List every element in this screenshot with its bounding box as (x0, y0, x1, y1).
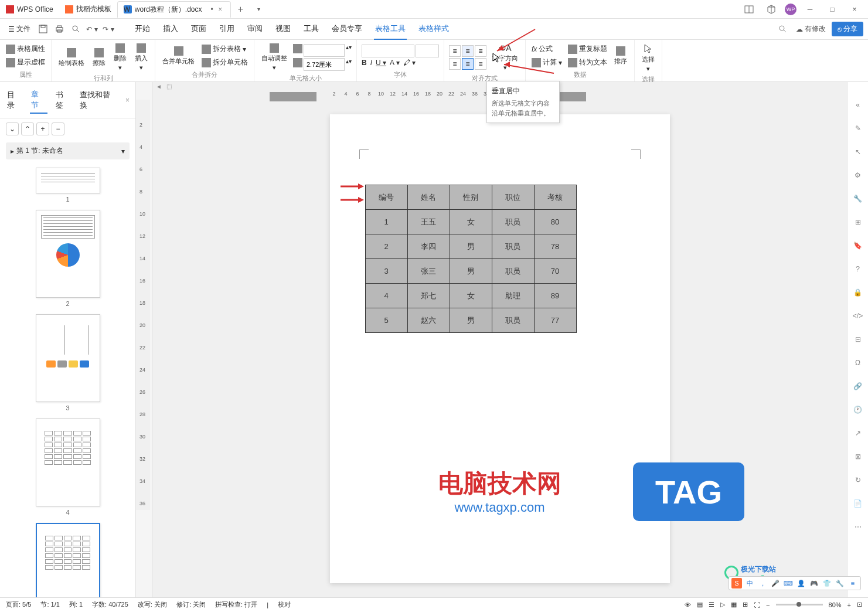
help-icon[interactable]: ? (853, 264, 863, 274)
table-cell[interactable]: 职员 (492, 259, 534, 284)
status-rewrite[interactable]: 改写: 关闭 (138, 600, 167, 609)
search-icon[interactable] (775, 22, 790, 36)
status-wordcount[interactable]: 字数: 40/725 (92, 600, 128, 609)
table-header-cell[interactable]: 编号 (365, 185, 407, 210)
link-icon[interactable]: 🔗 (853, 381, 863, 392)
table-cell[interactable]: 女 (450, 210, 492, 234)
tab-reference[interactable]: 引用 (218, 19, 236, 40)
app-tab[interactable]: WPS Office (0, 1, 59, 18)
tab-review[interactable]: 审阅 (246, 19, 264, 40)
status-proof[interactable]: 校对 (278, 600, 291, 609)
zoom-out-button[interactable]: − (766, 601, 770, 608)
status-spellcheck[interactable]: 拼写检查: 打开 (215, 600, 257, 609)
code-icon[interactable]: </> (853, 311, 863, 321)
split-table-button[interactable]: 拆分表格▾ (200, 43, 249, 55)
highlight-button[interactable]: 🖍 ▾ (403, 59, 416, 67)
data-table[interactable]: 编号姓名性别职位考核1王五女职员802李四男职员783张三男职员704郑七女助理… (365, 185, 577, 333)
underline-button[interactable]: U ▾ (376, 59, 386, 67)
table-cell[interactable]: 5 (365, 308, 407, 333)
view-fullscreen-icon[interactable]: ⛶ (754, 601, 760, 608)
eraser-button[interactable]: 擦除 (90, 47, 108, 69)
table-properties-button[interactable]: 表格属性 (5, 43, 46, 55)
tab-page[interactable]: 页面 (190, 19, 207, 40)
table-cell[interactable]: 张三 (407, 259, 450, 284)
font-size-input[interactable] (416, 45, 439, 57)
close-tab-icon[interactable]: × (216, 5, 224, 13)
export-icon[interactable]: ↗ (853, 428, 863, 438)
file-menu[interactable]: ☰ 文件 (5, 22, 34, 36)
nav-tab-bookmark[interactable]: 书签 (55, 87, 72, 113)
table-cell[interactable]: 78 (534, 234, 576, 259)
nav-add-button[interactable]: + (36, 123, 49, 135)
repeat-header-button[interactable]: 重复标题 (567, 43, 608, 55)
table-cell[interactable]: 女 (450, 284, 492, 308)
nav-up-button[interactable]: ⌃ (21, 123, 34, 135)
nav-tab-chapter[interactable]: 章节 (30, 87, 47, 114)
tab-table-tools[interactable]: 表格工具 (374, 19, 407, 40)
new-tab-button[interactable]: + (231, 4, 250, 15)
table-cell[interactable]: 男 (450, 234, 492, 259)
tab-menu-button[interactable]: ▾ (250, 6, 267, 12)
align-top-right[interactable]: ≡ (475, 45, 486, 57)
sort-button[interactable]: 排序 (612, 45, 629, 67)
collapse-sidebar-icon[interactable]: « (853, 100, 863, 110)
section-header[interactable]: ▸ 第 1 节: 未命名 ▾ (6, 142, 130, 159)
view-outline-icon[interactable]: ☰ (709, 601, 714, 608)
document-area[interactable]: ◄ ⬚ 8642246810121416182022243638404244 编… (152, 82, 847, 597)
ime-game-icon[interactable]: 🎮 (809, 578, 819, 588)
nav-down-button[interactable]: ⌄ (6, 123, 19, 135)
preview-icon[interactable] (68, 22, 83, 36)
view-web-icon[interactable]: ▦ (731, 601, 737, 608)
thumbnail-5[interactable]: 5 (5, 523, 131, 597)
select-button[interactable]: 选择▾ (639, 42, 657, 74)
table-cell[interactable]: 李四 (407, 234, 450, 259)
nav-tab-toc[interactable]: 目录 (6, 87, 23, 113)
table-row[interactable]: 5赵六男职员77 (365, 308, 576, 333)
row-height-input[interactable] (304, 44, 345, 57)
nav-tab-find[interactable]: 查找和替换 (79, 87, 118, 113)
split-cells-button[interactable]: 拆分单元格 (200, 56, 249, 69)
ime-logo-icon[interactable]: S (731, 578, 742, 588)
table-cell[interactable]: 郑七 (407, 284, 450, 308)
thumbnail-4[interactable]: 4 (5, 419, 131, 516)
history-icon[interactable]: 🕐 (853, 404, 863, 415)
delete-button[interactable]: 删除▾ (111, 42, 129, 73)
bookmark-icon[interactable]: 🔖 (853, 240, 863, 251)
settings-icon[interactable]: ⚙ (853, 170, 863, 181)
table-cell[interactable]: 89 (534, 284, 576, 308)
table-header-cell[interactable]: 考核 (534, 185, 576, 210)
align-middle-right[interactable]: ≡ (475, 58, 486, 70)
view-page-icon[interactable]: ▤ (697, 601, 703, 608)
more-icon[interactable]: ⋯ (853, 522, 863, 532)
status-section[interactable]: 节: 1/1 (40, 600, 59, 609)
ime-keyboard-icon[interactable]: ⌨ (783, 578, 794, 588)
lock-icon[interactable]: 🔒 (853, 287, 863, 298)
grid-icon[interactable]: ⊞ (853, 217, 863, 227)
table-cell[interactable]: 男 (450, 259, 492, 284)
bold-button[interactable]: B (362, 59, 367, 67)
table-cell[interactable]: 80 (534, 210, 576, 234)
ruler-marker-icon[interactable]: ⬚ (166, 83, 172, 90)
table-cell[interactable]: 77 (534, 308, 576, 333)
ime-skin-icon[interactable]: 👕 (822, 578, 832, 588)
ime-punct[interactable]: ， (757, 578, 768, 588)
table-cell[interactable]: 男 (450, 308, 492, 333)
document-tab[interactable]: W word教程（新）.docx • × (117, 1, 231, 18)
panel-icon[interactable] (740, 1, 758, 18)
table-cell[interactable]: 王五 (407, 210, 450, 234)
zoom-slider[interactable] (776, 604, 823, 605)
ime-tool-icon[interactable]: 🔧 (835, 578, 845, 588)
font-color-button[interactable]: A ▾ (390, 59, 400, 67)
status-page[interactable]: 页面: 5/5 (6, 600, 31, 609)
table-header-cell[interactable]: 性别 (450, 185, 492, 210)
col-width-input[interactable] (304, 58, 345, 71)
table-cell[interactable]: 70 (534, 259, 576, 284)
align-middle-left[interactable]: ≡ (449, 58, 461, 70)
zoom-level[interactable]: 80% (829, 601, 842, 608)
tab-table-style[interactable]: 表格样式 (417, 19, 450, 40)
draw-table-button[interactable]: 绘制表格 (56, 47, 87, 69)
show-gridlines-button[interactable]: 显示虚框 (5, 56, 46, 69)
table-cell[interactable]: 3 (365, 259, 407, 284)
ime-menu-icon[interactable]: ≡ (847, 578, 858, 588)
ime-person-icon[interactable]: 👤 (796, 578, 806, 588)
